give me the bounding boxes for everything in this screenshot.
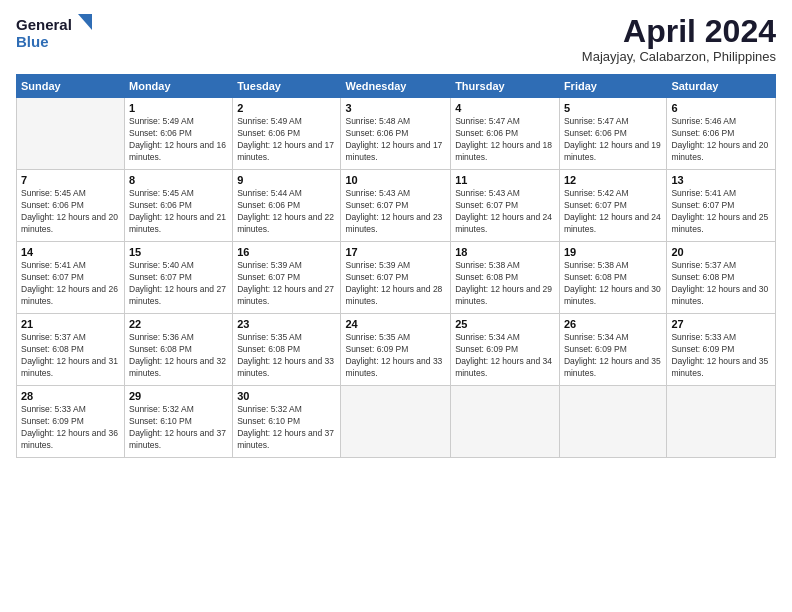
sunset-label: Sunset: 6:08 PM <box>455 272 518 282</box>
daylight-label: Daylight: 12 hours and 24 minutes. <box>455 212 552 234</box>
daylight-label: Daylight: 12 hours and 27 minutes. <box>237 284 334 306</box>
calendar-cell <box>341 386 451 458</box>
day-info: Sunrise: 5:45 AM Sunset: 6:06 PM Dayligh… <box>129 188 228 236</box>
daylight-label: Daylight: 12 hours and 36 minutes. <box>21 428 118 450</box>
sunset-label: Sunset: 6:09 PM <box>455 344 518 354</box>
sunset-label: Sunset: 6:10 PM <box>129 416 192 426</box>
sunrise-label: Sunrise: 5:40 AM <box>129 260 194 270</box>
daylight-label: Daylight: 12 hours and 17 minutes. <box>237 140 334 162</box>
daylight-label: Daylight: 12 hours and 35 minutes. <box>671 356 768 378</box>
daylight-label: Daylight: 12 hours and 26 minutes. <box>21 284 118 306</box>
sunset-label: Sunset: 6:06 PM <box>671 128 734 138</box>
sunrise-label: Sunrise: 5:41 AM <box>671 188 736 198</box>
calendar-cell: 30 Sunrise: 5:32 AM Sunset: 6:10 PM Dayl… <box>233 386 341 458</box>
sunrise-label: Sunrise: 5:39 AM <box>237 260 302 270</box>
day-info: Sunrise: 5:43 AM Sunset: 6:07 PM Dayligh… <box>455 188 555 236</box>
sunset-label: Sunset: 6:07 PM <box>671 200 734 210</box>
sunrise-label: Sunrise: 5:33 AM <box>21 404 86 414</box>
sunrise-label: Sunrise: 5:36 AM <box>129 332 194 342</box>
daylight-label: Daylight: 12 hours and 37 minutes. <box>237 428 334 450</box>
calendar-week-4: 28 Sunrise: 5:33 AM Sunset: 6:09 PM Dayl… <box>17 386 776 458</box>
calendar-cell: 2 Sunrise: 5:49 AM Sunset: 6:06 PM Dayli… <box>233 98 341 170</box>
sunrise-label: Sunrise: 5:43 AM <box>455 188 520 198</box>
daylight-label: Daylight: 12 hours and 32 minutes. <box>129 356 226 378</box>
daylight-label: Daylight: 12 hours and 30 minutes. <box>671 284 768 306</box>
day-number: 11 <box>455 174 555 186</box>
sunset-label: Sunset: 6:07 PM <box>21 272 84 282</box>
sunset-label: Sunset: 6:06 PM <box>129 128 192 138</box>
sunset-label: Sunset: 6:09 PM <box>564 344 627 354</box>
calendar-week-1: 7 Sunrise: 5:45 AM Sunset: 6:06 PM Dayli… <box>17 170 776 242</box>
day-info: Sunrise: 5:36 AM Sunset: 6:08 PM Dayligh… <box>129 332 228 380</box>
daylight-label: Daylight: 12 hours and 20 minutes. <box>21 212 118 234</box>
calendar-cell: 6 Sunrise: 5:46 AM Sunset: 6:06 PM Dayli… <box>667 98 776 170</box>
sunset-label: Sunset: 6:08 PM <box>564 272 627 282</box>
sunset-label: Sunset: 6:07 PM <box>345 200 408 210</box>
daylight-label: Daylight: 12 hours and 35 minutes. <box>564 356 661 378</box>
sunset-label: Sunset: 6:06 PM <box>564 128 627 138</box>
day-number: 28 <box>21 390 120 402</box>
sunset-label: Sunset: 6:07 PM <box>564 200 627 210</box>
sunset-label: Sunset: 6:06 PM <box>21 200 84 210</box>
day-number: 24 <box>345 318 446 330</box>
calendar-cell: 19 Sunrise: 5:38 AM Sunset: 6:08 PM Dayl… <box>559 242 666 314</box>
day-info: Sunrise: 5:32 AM Sunset: 6:10 PM Dayligh… <box>237 404 336 452</box>
calendar-cell: 18 Sunrise: 5:38 AM Sunset: 6:08 PM Dayl… <box>451 242 560 314</box>
subtitle: Majayjay, Calabarzon, Philippines <box>582 49 776 64</box>
calendar-cell: 29 Sunrise: 5:32 AM Sunset: 6:10 PM Dayl… <box>125 386 233 458</box>
day-number: 20 <box>671 246 771 258</box>
day-info: Sunrise: 5:38 AM Sunset: 6:08 PM Dayligh… <box>564 260 662 308</box>
sunrise-label: Sunrise: 5:38 AM <box>564 260 629 270</box>
sunrise-label: Sunrise: 5:38 AM <box>455 260 520 270</box>
sunrise-label: Sunrise: 5:34 AM <box>455 332 520 342</box>
calendar-cell: 21 Sunrise: 5:37 AM Sunset: 6:08 PM Dayl… <box>17 314 125 386</box>
sunset-label: Sunset: 6:07 PM <box>129 272 192 282</box>
day-info: Sunrise: 5:34 AM Sunset: 6:09 PM Dayligh… <box>564 332 662 380</box>
daylight-label: Daylight: 12 hours and 18 minutes. <box>455 140 552 162</box>
sunrise-label: Sunrise: 5:44 AM <box>237 188 302 198</box>
day-info: Sunrise: 5:39 AM Sunset: 6:07 PM Dayligh… <box>345 260 446 308</box>
calendar-cell: 3 Sunrise: 5:48 AM Sunset: 6:06 PM Dayli… <box>341 98 451 170</box>
day-info: Sunrise: 5:41 AM Sunset: 6:07 PM Dayligh… <box>21 260 120 308</box>
day-number: 14 <box>21 246 120 258</box>
day-info: Sunrise: 5:38 AM Sunset: 6:08 PM Dayligh… <box>455 260 555 308</box>
day-info: Sunrise: 5:43 AM Sunset: 6:07 PM Dayligh… <box>345 188 446 236</box>
col-saturday: Saturday <box>667 75 776 98</box>
sunset-label: Sunset: 6:06 PM <box>129 200 192 210</box>
sunset-label: Sunset: 6:09 PM <box>345 344 408 354</box>
svg-text:General: General <box>16 16 72 33</box>
header-row: Sunday Monday Tuesday Wednesday Thursday… <box>17 75 776 98</box>
day-info: Sunrise: 5:37 AM Sunset: 6:08 PM Dayligh… <box>21 332 120 380</box>
sunset-label: Sunset: 6:10 PM <box>237 416 300 426</box>
day-info: Sunrise: 5:49 AM Sunset: 6:06 PM Dayligh… <box>129 116 228 164</box>
daylight-label: Daylight: 12 hours and 24 minutes. <box>564 212 661 234</box>
calendar-cell: 27 Sunrise: 5:33 AM Sunset: 6:09 PM Dayl… <box>667 314 776 386</box>
sunrise-label: Sunrise: 5:45 AM <box>129 188 194 198</box>
calendar-cell <box>559 386 666 458</box>
calendar-cell: 9 Sunrise: 5:44 AM Sunset: 6:06 PM Dayli… <box>233 170 341 242</box>
sunset-label: Sunset: 6:08 PM <box>237 344 300 354</box>
calendar-cell <box>17 98 125 170</box>
daylight-label: Daylight: 12 hours and 27 minutes. <box>129 284 226 306</box>
day-info: Sunrise: 5:47 AM Sunset: 6:06 PM Dayligh… <box>455 116 555 164</box>
day-info: Sunrise: 5:35 AM Sunset: 6:08 PM Dayligh… <box>237 332 336 380</box>
calendar-cell: 4 Sunrise: 5:47 AM Sunset: 6:06 PM Dayli… <box>451 98 560 170</box>
calendar-cell: 15 Sunrise: 5:40 AM Sunset: 6:07 PM Dayl… <box>125 242 233 314</box>
sunset-label: Sunset: 6:07 PM <box>455 200 518 210</box>
calendar-cell: 23 Sunrise: 5:35 AM Sunset: 6:08 PM Dayl… <box>233 314 341 386</box>
sunrise-label: Sunrise: 5:49 AM <box>237 116 302 126</box>
sunset-label: Sunset: 6:07 PM <box>237 272 300 282</box>
day-number: 27 <box>671 318 771 330</box>
col-monday: Monday <box>125 75 233 98</box>
sunset-label: Sunset: 6:06 PM <box>237 128 300 138</box>
sunset-label: Sunset: 6:09 PM <box>671 344 734 354</box>
calendar-cell: 11 Sunrise: 5:43 AM Sunset: 6:07 PM Dayl… <box>451 170 560 242</box>
day-number: 6 <box>671 102 771 114</box>
sunset-label: Sunset: 6:08 PM <box>21 344 84 354</box>
calendar-cell: 20 Sunrise: 5:37 AM Sunset: 6:08 PM Dayl… <box>667 242 776 314</box>
sunset-label: Sunset: 6:06 PM <box>345 128 408 138</box>
day-number: 16 <box>237 246 336 258</box>
calendar-cell: 13 Sunrise: 5:41 AM Sunset: 6:07 PM Dayl… <box>667 170 776 242</box>
daylight-label: Daylight: 12 hours and 37 minutes. <box>129 428 226 450</box>
day-number: 10 <box>345 174 446 186</box>
